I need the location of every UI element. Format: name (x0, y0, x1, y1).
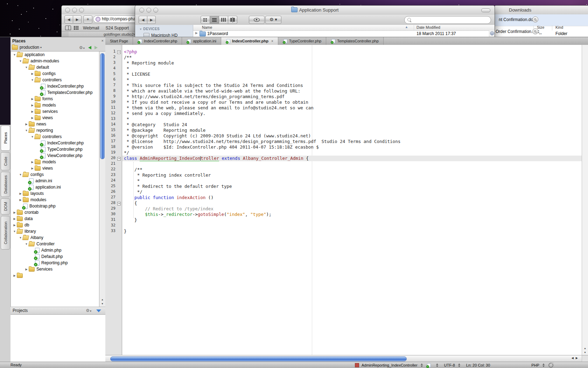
line-number[interactable]: 7 (105, 83, 122, 88)
icon-view-button[interactable] (201, 16, 210, 24)
tree-collapse-icon[interactable]: ▶ (12, 274, 17, 277)
code-line[interactable]: { (122, 200, 582, 206)
status-cursor-position[interactable]: Ln: 20 Col: 30 (466, 363, 490, 367)
tree-item[interactable]: ▶models (11, 159, 99, 165)
stepper-icon[interactable] (542, 363, 545, 367)
places-forward-icon[interactable] (94, 46, 98, 49)
code-line[interactable]: * (122, 178, 582, 184)
bookmarks-book-icon[interactable] (65, 26, 71, 30)
line-number[interactable]: 14 (105, 122, 122, 128)
tree-collapse-icon[interactable]: ▶ (24, 268, 29, 271)
tree-item[interactable]: Admin.php (11, 247, 99, 253)
list-view-button[interactable] (210, 16, 219, 24)
tree-collapse-icon[interactable]: ▶ (30, 116, 35, 120)
code-line[interactable]: * Reporting module (122, 60, 582, 66)
tree-item[interactable]: ▼Albany (11, 234, 99, 241)
hscroll-arrows[interactable]: ◀▶ (572, 356, 580, 360)
forward-button[interactable]: ▶ (147, 16, 156, 24)
bookmark-item[interactable]: Webmail (83, 26, 99, 30)
tree-item[interactable]: ▶news (11, 121, 99, 127)
side-tab-places[interactable]: Places (1, 125, 10, 151)
tree-item[interactable]: IndexController.php (11, 83, 99, 89)
code-line[interactable]: * send you a copy immediately. (122, 111, 582, 116)
line-number[interactable]: 25 (105, 184, 122, 189)
tree-item[interactable]: ▶forms (11, 96, 99, 102)
tree-collapse-icon[interactable]: ▶ (24, 123, 29, 126)
code-line[interactable]: } (122, 229, 582, 234)
status-symbol[interactable]: AdminReporting_IndexController (362, 363, 418, 367)
tree-item[interactable]: Default.php (11, 253, 99, 260)
sync-icon[interactable] (548, 363, 553, 368)
tree-collapse-icon[interactable]: ▶ (30, 104, 35, 107)
forward-button[interactable]: ▶ (73, 15, 82, 23)
line-number[interactable]: 16 (105, 133, 122, 139)
code-line[interactable]: /** (122, 55, 582, 60)
line-number[interactable]: 28 (105, 200, 122, 206)
line-number[interactable]: 5 (105, 71, 122, 77)
back-button[interactable]: ◀ (64, 15, 73, 23)
editor-hscrollbar[interactable]: ◀▶ (105, 355, 582, 362)
places-back-icon[interactable] (88, 46, 91, 49)
editor-vscrollbar[interactable]: ▲▼ (582, 45, 588, 355)
status-encoding[interactable]: UTF-8 (444, 363, 455, 367)
code-line[interactable]: * (122, 77, 582, 83)
bookmark-item[interactable]: S24 Support (105, 26, 129, 30)
disclosure-triangle-icon[interactable]: ▶ (195, 31, 198, 35)
tree-item[interactable]: Bootstrap.php (11, 203, 99, 209)
new-tab-button[interactable]: + (83, 15, 92, 23)
tree-item[interactable]: ▶ (11, 272, 99, 279)
finder-scrollbar[interactable] (489, 30, 495, 37)
status-language[interactable]: PHP (531, 363, 539, 367)
code-line[interactable]: // Redirect to /type/index (122, 206, 582, 212)
code-line[interactable]: * @copyright Copyright (c) 2009-2010 Stu… (122, 133, 582, 139)
line-number[interactable]: 13 (105, 116, 122, 122)
code-line[interactable]: class AdminReporting_IndexController ext… (122, 156, 582, 161)
line-number-gutter[interactable]: 1234567891011121314151617181920212223242… (105, 45, 122, 355)
tree-collapse-icon[interactable]: ▶ (30, 110, 35, 113)
code-line[interactable] (122, 161, 582, 167)
tree-collapse-icon[interactable]: ▶ (18, 198, 23, 202)
fold-toggle-icon[interactable] (117, 202, 121, 205)
line-number[interactable]: 8 (105, 88, 122, 94)
tree-collapse-icon[interactable]: ▶ (18, 192, 23, 195)
zoom-button[interactable] (79, 8, 84, 13)
fold-toggle-icon[interactable] (117, 50, 121, 54)
tree-item[interactable]: ▼default (11, 64, 99, 70)
scrollbar-arrows[interactable]: ▲▼ (99, 298, 105, 306)
places-gear-icon[interactable]: ⚙▾ (79, 45, 85, 50)
code-line[interactable]: * (122, 66, 582, 71)
toolbar-toggle-pill[interactable] (481, 8, 490, 12)
line-number[interactable]: 18 (105, 144, 122, 150)
line-number[interactable]: 20 (105, 156, 122, 161)
line-number[interactable]: 6 (105, 77, 122, 83)
tree-item[interactable]: ▶data (11, 216, 99, 222)
tree-collapse-icon[interactable]: ▶ (12, 224, 17, 227)
tree-item[interactable]: ▶views (11, 165, 99, 171)
tree-item[interactable]: IndexController.php (11, 140, 99, 146)
tree-item[interactable]: ▼reporting (11, 127, 99, 134)
tree-collapse-icon[interactable]: ▶ (12, 217, 17, 220)
code-line[interactable]: * Redirect to the default order type (122, 184, 582, 189)
code-line[interactable]: * @license http://www.studio24.net/terms… (122, 139, 582, 144)
projects-filter-icon[interactable] (96, 309, 101, 312)
tree-collapse-icon[interactable]: ▶ (30, 167, 35, 170)
sort-arrow-icon[interactable]: ▲ (405, 25, 408, 29)
action-button[interactable]: ⚙ ▾ (265, 16, 281, 24)
tree-item[interactable]: ▶db (11, 222, 99, 228)
editor-tab[interactable]: TypeController.php (278, 37, 326, 45)
line-number[interactable]: 23 (105, 172, 122, 178)
tree-item[interactable]: ▶crontab (11, 209, 99, 216)
code-line[interactable]: * http://www.studio24.net/terms/design_p… (122, 94, 582, 100)
line-number[interactable]: 19 (105, 150, 122, 156)
code-line[interactable]: */ (122, 189, 582, 195)
line-number[interactable]: 15 (105, 128, 122, 133)
tree-item[interactable]: TemplatesController.php (11, 89, 99, 96)
close-tab-icon[interactable]: × (271, 39, 273, 43)
download-item[interactable]: nt Confirmation.doc (495, 14, 588, 26)
code-line[interactable]: * @version $Id: IndexController.php 404 … (122, 144, 582, 150)
search-field[interactable] (404, 16, 491, 24)
line-number[interactable]: 21 (105, 161, 122, 167)
tree-expand-icon[interactable]: ▼ (18, 60, 23, 63)
topsites-grid-icon[interactable] (74, 26, 79, 30)
tree-collapse-icon[interactable]: ▶ (12, 211, 17, 214)
